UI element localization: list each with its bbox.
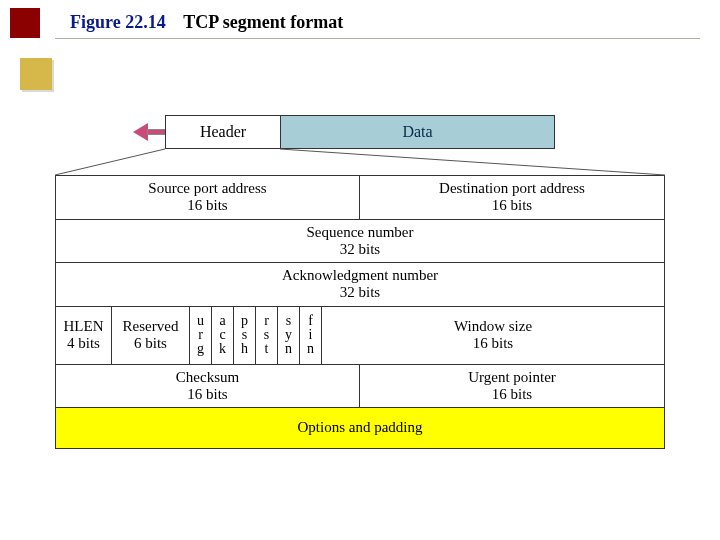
bits: 32 bits <box>340 241 380 258</box>
bits: 16 bits <box>492 197 532 214</box>
field-reserved: Reserved 6 bits <box>112 307 190 364</box>
flag-syn: s y n <box>278 307 300 364</box>
label: Acknowledgment number <box>282 267 438 284</box>
header-fields-grid: Source port address 16 bits Destination … <box>55 175 665 449</box>
label: Reserved <box>123 318 179 335</box>
label: Checksum <box>176 369 239 386</box>
expansion-lines <box>55 149 665 175</box>
field-ack-number: Acknowledgment number 32 bits <box>56 263 664 306</box>
row-sequence: Sequence number 32 bits <box>56 219 664 263</box>
field-dest-port: Destination port address 16 bits <box>360 176 664 219</box>
field-sequence-number: Sequence number 32 bits <box>56 220 664 263</box>
label: Destination port address <box>439 180 585 197</box>
row-options: Options and padding <box>56 407 664 448</box>
row-ports: Source port address 16 bits Destination … <box>56 176 664 219</box>
field-options-padding: Options and padding <box>56 408 664 448</box>
field-checksum: Checksum 16 bits <box>56 365 360 408</box>
row-ack: Acknowledgment number 32 bits <box>56 262 664 306</box>
title-bullet-square <box>10 8 40 38</box>
header-box: Header <box>166 116 281 148</box>
title-bar: Figure 22.14 TCP segment format <box>10 8 700 40</box>
flag-rst: r s t <box>256 307 278 364</box>
flag-urg: u r g <box>190 307 212 364</box>
decorative-bullet-square <box>20 58 52 90</box>
bits: 4 bits <box>67 335 100 352</box>
field-window-size: Window size 16 bits <box>322 307 664 364</box>
flag-psh: p s h <box>234 307 256 364</box>
row-hlen-flags-window: HLEN 4 bits Reserved 6 bits u r g a c k … <box>56 306 664 364</box>
segment-top-bar: Header Data <box>165 115 555 149</box>
label: Source port address <box>148 180 266 197</box>
bits: 16 bits <box>492 386 532 403</box>
label: HLEN <box>64 318 104 335</box>
field-source-port: Source port address 16 bits <box>56 176 360 219</box>
bits: 16 bits <box>187 197 227 214</box>
figure-title: Figure 22.14 TCP segment format <box>70 12 343 33</box>
data-box: Data <box>281 116 554 148</box>
svg-line-0 <box>55 149 165 175</box>
figure-caption: TCP segment format <box>183 12 343 32</box>
field-hlen: HLEN 4 bits <box>56 307 112 364</box>
flag-fin: f i n <box>300 307 322 364</box>
label: Urgent pointer <box>468 369 556 386</box>
bits: 32 bits <box>340 284 380 301</box>
bits: 6 bits <box>134 335 167 352</box>
bits: 16 bits <box>187 386 227 403</box>
svg-line-1 <box>280 149 665 175</box>
label: Options and padding <box>298 419 423 436</box>
label: Sequence number <box>306 224 413 241</box>
tcp-segment-diagram: Header Data Source port address 16 bits … <box>55 115 665 449</box>
field-urgent-pointer: Urgent pointer 16 bits <box>360 365 664 408</box>
row-checksum-urgent: Checksum 16 bits Urgent pointer 16 bits <box>56 364 664 408</box>
label: Window size <box>454 318 532 335</box>
figure-number: Figure 22.14 <box>70 12 166 32</box>
bits: 16 bits <box>473 335 513 352</box>
flag-ack: a c k <box>212 307 234 364</box>
title-underline <box>55 38 700 39</box>
